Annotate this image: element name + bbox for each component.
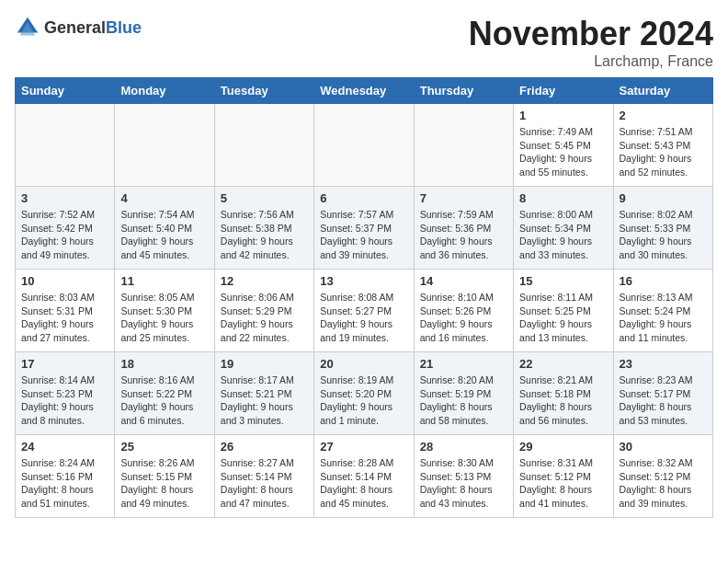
day-number: 18 [120,357,208,371]
day-info: Sunrise: 8:26 AM Sunset: 5:15 PM Dayligh… [120,456,208,511]
day-info: Sunrise: 7:52 AM Sunset: 5:42 PM Dayligh… [21,208,108,262]
header-wednesday: Wednesday [314,78,414,104]
header-monday: Monday [115,78,214,104]
day-info: Sunrise: 7:49 AM Sunset: 5:45 PM Dayligh… [519,125,607,179]
month-title: November 2024 [469,15,713,53]
day-info: Sunrise: 7:54 AM Sunset: 5:40 PM Dayligh… [120,208,208,262]
day-info: Sunrise: 7:59 AM Sunset: 5:36 PM Dayligh… [420,208,507,262]
day-number: 24 [21,440,108,454]
day-cell: 28Sunrise: 8:30 AM Sunset: 5:13 PM Dayli… [414,435,513,518]
day-number: 23 [620,357,707,371]
logo-general: General [44,18,106,37]
day-number: 1 [519,109,607,122]
day-number: 16 [620,274,707,288]
day-cell: 29Sunrise: 8:31 AM Sunset: 5:12 PM Dayli… [514,435,613,518]
day-info: Sunrise: 8:14 AM Sunset: 5:23 PM Dayligh… [21,373,108,428]
day-number: 15 [519,274,607,288]
day-info: Sunrise: 8:17 AM Sunset: 5:21 PM Dayligh… [221,373,308,428]
day-info: Sunrise: 7:51 AM Sunset: 5:43 PM Dayligh… [620,125,707,179]
day-cell: 18Sunrise: 8:16 AM Sunset: 5:22 PM Dayli… [115,352,214,435]
day-info: Sunrise: 8:06 AM Sunset: 5:29 PM Dayligh… [221,291,308,345]
day-cell: 21Sunrise: 8:20 AM Sunset: 5:19 PM Dayli… [414,352,513,435]
day-info: Sunrise: 8:20 AM Sunset: 5:19 PM Dayligh… [420,373,507,428]
day-cell: 19Sunrise: 8:17 AM Sunset: 5:21 PM Dayli… [214,352,313,435]
day-cell: 11Sunrise: 8:05 AM Sunset: 5:30 PM Dayli… [115,270,214,352]
day-info: Sunrise: 8:31 AM Sunset: 5:12 PM Dayligh… [519,456,607,511]
day-cell: 4Sunrise: 7:54 AM Sunset: 5:40 PM Daylig… [115,187,214,270]
header-friday: Friday [514,78,613,104]
day-cell: 27Sunrise: 8:28 AM Sunset: 5:14 PM Dayli… [314,435,414,518]
logo: GeneralBlue [15,15,142,40]
day-cell: 10Sunrise: 8:03 AM Sunset: 5:31 PM Dayli… [16,270,115,352]
day-number: 30 [620,440,707,454]
day-cell: 12Sunrise: 8:06 AM Sunset: 5:29 PM Dayli… [214,270,313,352]
day-number: 7 [420,191,507,205]
day-cell: 1Sunrise: 7:49 AM Sunset: 5:45 PM Daylig… [514,104,613,187]
day-info: Sunrise: 7:56 AM Sunset: 5:38 PM Dayligh… [221,208,308,262]
logo-icon [15,15,40,40]
day-number: 14 [420,274,507,288]
header-sunday: Sunday [16,78,115,104]
day-info: Sunrise: 8:24 AM Sunset: 5:16 PM Dayligh… [21,456,108,511]
day-number: 17 [21,357,108,371]
day-info: Sunrise: 8:32 AM Sunset: 5:12 PM Dayligh… [620,456,707,511]
header-thursday: Thursday [414,78,513,104]
day-number: 20 [320,357,407,371]
day-number: 11 [120,274,208,288]
day-cell: 6Sunrise: 7:57 AM Sunset: 5:37 PM Daylig… [314,187,414,270]
day-cell [214,104,313,187]
title-section: November 2024 Larchamp, France [469,15,713,70]
day-info: Sunrise: 8:05 AM Sunset: 5:30 PM Dayligh… [120,291,208,345]
day-cell [16,104,115,187]
day-cell: 22Sunrise: 8:21 AM Sunset: 5:18 PM Dayli… [514,352,613,435]
header-tuesday: Tuesday [214,78,313,104]
day-number: 8 [519,191,607,205]
day-cell: 5Sunrise: 7:56 AM Sunset: 5:38 PM Daylig… [214,187,313,270]
day-info: Sunrise: 8:19 AM Sunset: 5:20 PM Dayligh… [320,373,407,428]
week-row-2: 10Sunrise: 8:03 AM Sunset: 5:31 PM Dayli… [16,270,713,352]
day-cell: 25Sunrise: 8:26 AM Sunset: 5:15 PM Dayli… [115,435,214,518]
location-title: Larchamp, France [469,53,713,70]
day-cell: 13Sunrise: 8:08 AM Sunset: 5:27 PM Dayli… [314,270,414,352]
day-number: 13 [320,274,407,288]
day-cell: 16Sunrise: 8:13 AM Sunset: 5:24 PM Dayli… [613,270,712,352]
day-info: Sunrise: 8:00 AM Sunset: 5:34 PM Dayligh… [519,208,607,262]
day-number: 29 [519,440,607,454]
day-number: 22 [519,357,607,371]
day-info: Sunrise: 8:30 AM Sunset: 5:13 PM Dayligh… [420,456,507,511]
logo-text: GeneralBlue [44,18,142,38]
day-info: Sunrise: 8:08 AM Sunset: 5:27 PM Dayligh… [320,291,407,345]
header-saturday: Saturday [613,78,712,104]
day-info: Sunrise: 8:16 AM Sunset: 5:22 PM Dayligh… [120,373,208,428]
day-number: 21 [420,357,507,371]
day-info: Sunrise: 8:13 AM Sunset: 5:24 PM Dayligh… [620,291,707,345]
day-number: 2 [620,109,707,122]
day-info: Sunrise: 8:11 AM Sunset: 5:25 PM Dayligh… [519,291,607,345]
day-cell: 26Sunrise: 8:27 AM Sunset: 5:14 PM Dayli… [214,435,313,518]
day-number: 5 [221,191,308,205]
calendar-table: Sunday Monday Tuesday Wednesday Thursday… [15,77,713,518]
week-row-0: 1Sunrise: 7:49 AM Sunset: 5:45 PM Daylig… [16,104,713,187]
day-info: Sunrise: 8:10 AM Sunset: 5:26 PM Dayligh… [420,291,507,345]
week-row-1: 3Sunrise: 7:52 AM Sunset: 5:42 PM Daylig… [16,187,713,270]
header-row: Sunday Monday Tuesday Wednesday Thursday… [16,78,713,104]
day-info: Sunrise: 8:28 AM Sunset: 5:14 PM Dayligh… [320,456,407,511]
day-cell: 7Sunrise: 7:59 AM Sunset: 5:36 PM Daylig… [414,187,513,270]
day-cell: 20Sunrise: 8:19 AM Sunset: 5:20 PM Dayli… [314,352,414,435]
day-cell: 23Sunrise: 8:23 AM Sunset: 5:17 PM Dayli… [613,352,712,435]
day-cell: 3Sunrise: 7:52 AM Sunset: 5:42 PM Daylig… [16,187,115,270]
week-row-3: 17Sunrise: 8:14 AM Sunset: 5:23 PM Dayli… [16,352,713,435]
logo-blue: Blue [106,18,142,37]
day-info: Sunrise: 8:02 AM Sunset: 5:33 PM Dayligh… [620,208,707,262]
day-number: 19 [221,357,308,371]
day-info: Sunrise: 7:57 AM Sunset: 5:37 PM Dayligh… [320,208,407,262]
day-cell: 2Sunrise: 7:51 AM Sunset: 5:43 PM Daylig… [613,104,712,187]
page-header: GeneralBlue November 2024 Larchamp, Fran… [15,15,713,70]
day-number: 10 [21,274,108,288]
day-info: Sunrise: 8:27 AM Sunset: 5:14 PM Dayligh… [221,456,308,511]
day-cell [414,104,513,187]
day-cell: 14Sunrise: 8:10 AM Sunset: 5:26 PM Dayli… [414,270,513,352]
day-number: 4 [120,191,208,205]
day-number: 27 [320,440,407,454]
week-row-4: 24Sunrise: 8:24 AM Sunset: 5:16 PM Dayli… [16,435,713,518]
